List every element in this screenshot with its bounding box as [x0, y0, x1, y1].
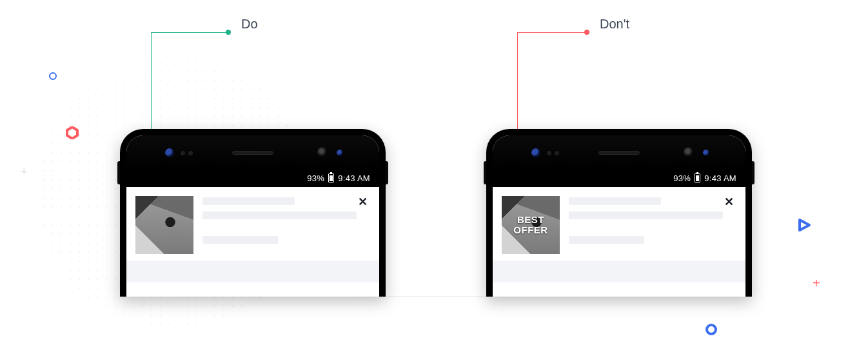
- clock: 9:43 AM: [704, 173, 736, 183]
- battery-percent: 93%: [673, 173, 691, 183]
- phone-frame: 93% 9:43 AM ✕: [120, 129, 386, 297]
- notification-footer: [126, 261, 379, 282]
- front-camera-icon: [684, 147, 694, 157]
- sensor-icon: [547, 151, 551, 155]
- battery-icon: [695, 173, 700, 182]
- example-do: 93% 9:43 AM ✕: [120, 129, 386, 297]
- placeholder-line: [569, 197, 661, 205]
- status-bar: 93% 9:43 AM: [126, 169, 379, 187]
- front-camera-icon: [337, 150, 343, 156]
- notification-text: [569, 196, 736, 254]
- battery-percent: 93%: [307, 173, 324, 183]
- placeholder-line: [202, 197, 295, 205]
- front-camera-icon: [165, 148, 174, 157]
- notification-image: [135, 196, 193, 254]
- sensor-icon: [181, 151, 185, 155]
- notification-card[interactable]: BEST OFFER ✕: [493, 187, 745, 261]
- notification-text: [202, 196, 370, 254]
- image-text-overlay: BEST OFFER: [502, 215, 560, 235]
- callout-dont-label: Don't: [600, 17, 629, 32]
- phone-bezel: [126, 135, 379, 169]
- notification-footer: [493, 261, 745, 282]
- placeholder-line: [202, 236, 278, 244]
- placeholder-line: [569, 236, 644, 244]
- front-camera-icon: [317, 147, 328, 157]
- phone-bezel: [493, 135, 745, 169]
- front-camera-icon: [703, 150, 709, 156]
- status-bar: 93% 9:43 AM: [493, 169, 745, 187]
- example-dont: 93% 9:43 AM BEST OFFER: [486, 129, 752, 297]
- clock: 9:43 AM: [338, 173, 370, 183]
- close-icon[interactable]: ✕: [358, 196, 368, 208]
- callout-do-label: Do: [241, 17, 258, 32]
- notification-image: BEST OFFER: [502, 196, 560, 254]
- close-icon[interactable]: ✕: [724, 196, 734, 208]
- speaker-icon: [598, 151, 640, 155]
- speaker-icon: [232, 151, 273, 155]
- placeholder-line: [202, 211, 357, 219]
- sensor-icon: [188, 151, 193, 155]
- placeholder-line: [569, 211, 723, 219]
- sensor-icon: [555, 151, 559, 155]
- front-camera-icon: [531, 148, 540, 157]
- battery-icon: [328, 173, 334, 182]
- phone-frame: 93% 9:43 AM BEST OFFER: [486, 129, 752, 297]
- notification-card[interactable]: ✕: [126, 187, 379, 261]
